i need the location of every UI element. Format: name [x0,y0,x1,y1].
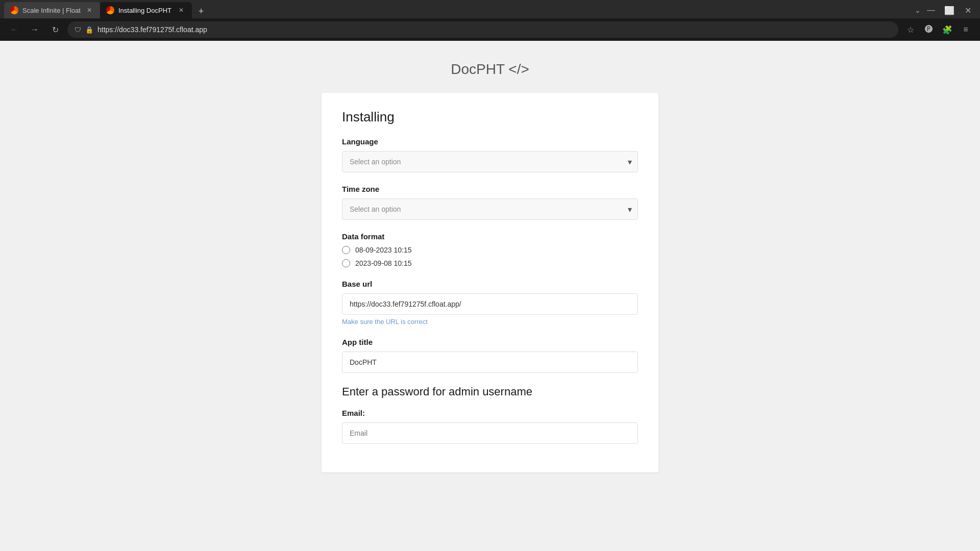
section-title: Installing [342,109,638,125]
docpht-tab-favicon [106,6,114,14]
docpht-tab-title: Installing DocPHT [118,7,173,14]
timezone-label: Time zone [342,185,638,193]
radio-ymd[interactable] [342,259,350,267]
language-select-wrapper: Select an option ▾ [342,151,638,172]
tab-dropdown-icon[interactable]: ⌄ [915,6,921,14]
radio-ymd-label: 2023-09-08 10:15 [355,259,412,267]
radio-option-dmy[interactable]: 08-09-2023 10:15 [342,246,638,254]
data-format-field-group: Data format 08-09-2023 10:15 2023-09-08 … [342,232,638,267]
language-label: Language [342,137,638,146]
data-format-radio-group: 08-09-2023 10:15 2023-09-08 10:15 [342,246,638,267]
language-field-group: Language Select an option ▾ [342,137,638,172]
email-label: Email: [342,409,638,417]
email-input[interactable] [342,422,638,444]
tab-scale-infinite[interactable]: Scale Infinite | Float ✕ [4,2,100,18]
base-url-input[interactable] [342,293,638,315]
base-url-hint: Make sure the URL is correct [342,318,638,325]
install-card: Installing Language Select an option ▾ T… [322,93,658,472]
timezone-select-wrapper: Select an option ▾ [342,198,638,220]
scale-tab-favicon [10,6,18,14]
base-url-label: Base url [342,280,638,288]
radio-dmy[interactable] [342,246,350,254]
language-select[interactable]: Select an option [342,151,638,172]
radio-option-ymd[interactable]: 2023-09-08 10:15 [342,259,638,267]
tab-docpht[interactable]: Installing DocPHT ✕ [100,2,192,18]
minimize-button[interactable]: — [923,2,939,18]
new-tab-button[interactable]: + [194,4,208,18]
maximize-button[interactable]: ⬜ [941,2,958,18]
timezone-field-group: Time zone Select an option ▾ [342,185,638,220]
timezone-select[interactable]: Select an option [342,198,638,220]
extensions-button[interactable]: 🧩 [939,21,955,38]
scale-tab-title: Scale Infinite | Float [22,7,81,14]
data-format-label: Data format [342,232,638,241]
forward-button[interactable]: → [27,21,43,38]
app-title-input[interactable] [342,352,638,373]
bookmark-button[interactable]: ☆ [902,21,919,38]
radio-dmy-label: 08-09-2023 10:15 [355,246,412,254]
page-content: DocPHT </> Installing Language Select an… [0,41,980,531]
pocket-button[interactable]: 🅟 [921,21,937,38]
lock-icon: 🔒 [85,26,93,34]
app-title-label: App title [342,338,638,346]
scale-tab-close[interactable]: ✕ [85,6,94,15]
admin-section-title: Enter a password for admin username [342,385,638,398]
menu-button[interactable]: ≡ [958,21,974,38]
page-title: DocPHT </> [451,61,529,78]
address-bar[interactable]: 🛡 🔒 https://doc33.fef791275f.cfloat.app [67,21,898,38]
refresh-button[interactable]: ↻ [47,21,63,38]
shield-icon: 🛡 [75,26,81,34]
app-title-field-group: App title [342,338,638,373]
back-button[interactable]: ← [6,21,22,38]
base-url-field-group: Base url Make sure the URL is correct [342,280,638,325]
url-display: https://doc33.fef791275f.cfloat.app [97,26,891,34]
close-button[interactable]: ✕ [960,2,976,18]
docpht-tab-close[interactable]: ✕ [177,6,186,15]
email-field-group: Email: [342,409,638,444]
